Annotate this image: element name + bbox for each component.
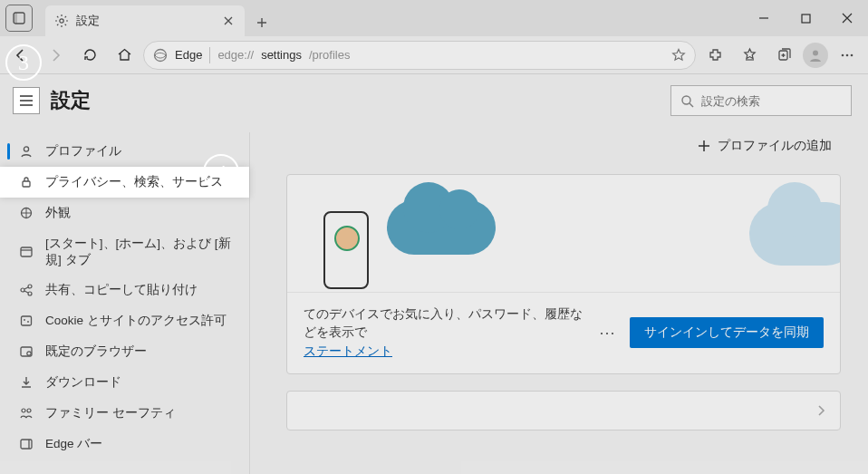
- close-window-button[interactable]: [826, 0, 868, 36]
- sync-illustration: [287, 175, 840, 293]
- browser-icon: [18, 343, 34, 360]
- favorites-button[interactable]: [734, 40, 765, 71]
- sidebar-item-label: [スタート]、[ホーム]、および [新規] タブ: [45, 236, 235, 267]
- sidebar-item-edge-bar[interactable]: Edge バー: [0, 429, 249, 459]
- sidebar-item-start-home[interactable]: [スタート]、[ホーム]、および [新規] タブ: [0, 228, 249, 275]
- favorite-star-icon[interactable]: [671, 48, 686, 63]
- sidebar-item-appearance[interactable]: 外観: [0, 198, 249, 228]
- more-options-button[interactable]: ⋯: [599, 323, 617, 343]
- address-url-mid: settings: [261, 48, 302, 62]
- svg-point-23: [22, 409, 25, 412]
- new-tab-button[interactable]: [248, 9, 275, 36]
- app-menu-button[interactable]: [5, 5, 33, 32]
- sidebar-item-label: Cookie とサイトのアクセス許可: [45, 313, 227, 329]
- svg-rect-14: [21, 247, 32, 256]
- tab-title: 設定: [76, 14, 214, 29]
- tab-close-button[interactable]: [221, 14, 236, 28]
- back-button[interactable]: [5, 40, 36, 71]
- svg-point-10: [682, 96, 690, 104]
- sync-description: てのデバイスでお気に入り、パスワード、履歴などを表示で ステートメント: [304, 305, 586, 361]
- svg-point-17: [28, 292, 32, 295]
- address-scheme-label: Edge: [175, 48, 202, 62]
- search-icon: [680, 94, 694, 108]
- profile-icon: [18, 143, 34, 160]
- sidebar-item-share-copy[interactable]: 共有、コピーして貼り付け: [0, 275, 249, 305]
- edge-icon: [153, 48, 168, 63]
- family-icon: [18, 405, 34, 421]
- window-titlebar: 設定: [0, 0, 868, 36]
- svg-point-2: [60, 19, 63, 23]
- svg-rect-1: [14, 13, 17, 24]
- settings-menu-toggle[interactable]: [13, 87, 40, 114]
- more-menu-button[interactable]: [832, 40, 863, 71]
- svg-point-9: [851, 53, 854, 56]
- settings-search[interactable]: [670, 85, 852, 116]
- svg-point-16: [28, 285, 32, 288]
- settings-main: プロファイルの追加 てのデバイスでお気に入り、パスワード、履歴などを表示で ステ…: [249, 132, 868, 474]
- svg-point-7: [842, 53, 844, 56]
- maximize-button[interactable]: [785, 0, 826, 36]
- chevron-right-icon: [816, 403, 825, 418]
- sign-in-sync-button[interactable]: サインインしてデータを同期: [630, 317, 824, 348]
- settings-sidebar: プロファイル プライバシー、検索、サービス 外観 [スタート]、[ホーム]、およ…: [0, 132, 249, 474]
- settings-header: 設定: [0, 74, 868, 132]
- sidebar-item-label: Edge バー: [45, 436, 102, 452]
- edgebar-icon: [18, 436, 34, 452]
- settings-search-input[interactable]: [701, 94, 854, 108]
- add-profile-button[interactable]: プロファイルの追加: [698, 138, 832, 154]
- sidebar-item-family-safety[interactable]: ファミリー セーフティ: [0, 398, 249, 429]
- sidebar-item-default-browser[interactable]: 既定のブラウザー: [0, 336, 249, 367]
- minimize-button[interactable]: [743, 0, 785, 36]
- sidebar-item-label: プロファイル: [45, 143, 121, 160]
- profile-settings-row[interactable]: [286, 391, 841, 430]
- forward-button[interactable]: [40, 40, 71, 71]
- sidebar-item-label: 既定のブラウザー: [45, 343, 147, 360]
- svg-rect-18: [22, 316, 32, 325]
- sidebar-item-cookies[interactable]: Cookie とサイトのアクセス許可: [0, 305, 249, 336]
- svg-point-6: [813, 50, 818, 55]
- refresh-button[interactable]: [74, 40, 105, 71]
- svg-point-24: [27, 409, 31, 412]
- gear-icon: [54, 14, 69, 28]
- address-bar[interactable]: Edge edge://settings/profiles: [143, 41, 696, 70]
- download-icon: [18, 374, 34, 391]
- browser-toolbar: Edge edge://settings/profiles: [0, 36, 868, 74]
- profile-card: てのデバイスでお気に入り、パスワード、履歴などを表示で ステートメント ⋯ サイ…: [286, 174, 841, 374]
- extensions-button[interactable]: [699, 40, 730, 71]
- share-icon: [18, 282, 34, 298]
- svg-point-19: [24, 319, 25, 321]
- tab-strip: 設定: [38, 0, 743, 36]
- address-url-tail: /profiles: [309, 48, 351, 62]
- settings-title: 設定: [51, 87, 91, 114]
- sidebar-item-label: ダウンロード: [45, 374, 121, 391]
- svg-rect-3: [802, 15, 810, 23]
- collections-button[interactable]: [768, 40, 799, 71]
- svg-rect-25: [21, 440, 32, 449]
- sidebar-item-privacy[interactable]: プライバシー、検索、サービス: [0, 167, 249, 198]
- appearance-icon: [18, 205, 34, 221]
- profile-avatar[interactable]: [803, 43, 828, 68]
- privacy-statement-link[interactable]: ステートメント: [304, 344, 392, 358]
- home-button[interactable]: [109, 40, 140, 71]
- cookie-icon: [18, 313, 34, 329]
- svg-point-20: [27, 321, 29, 323]
- browser-tab[interactable]: 設定: [45, 5, 245, 36]
- svg-point-8: [846, 53, 849, 56]
- tab-icon: [18, 244, 34, 260]
- divider: [209, 47, 210, 63]
- address-url-dim: edge://: [217, 48, 254, 62]
- sidebar-item-label: ファミリー セーフティ: [45, 405, 176, 421]
- lock-icon: [18, 174, 34, 190]
- sidebar-item-downloads[interactable]: ダウンロード: [0, 367, 249, 398]
- sidebar-item-label: 共有、コピーして貼り付け: [45, 282, 198, 298]
- svg-point-22: [27, 352, 31, 355]
- sidebar-item-profile[interactable]: プロファイル: [0, 136, 249, 167]
- add-profile-label: プロファイルの追加: [718, 138, 832, 154]
- svg-point-15: [21, 288, 24, 292]
- svg-point-4: [155, 49, 167, 61]
- sidebar-item-label: 外観: [45, 205, 71, 221]
- window-controls: [743, 0, 868, 36]
- svg-rect-12: [23, 181, 30, 187]
- sidebar-item-label: プライバシー、検索、サービス: [45, 174, 223, 190]
- svg-point-11: [24, 147, 28, 151]
